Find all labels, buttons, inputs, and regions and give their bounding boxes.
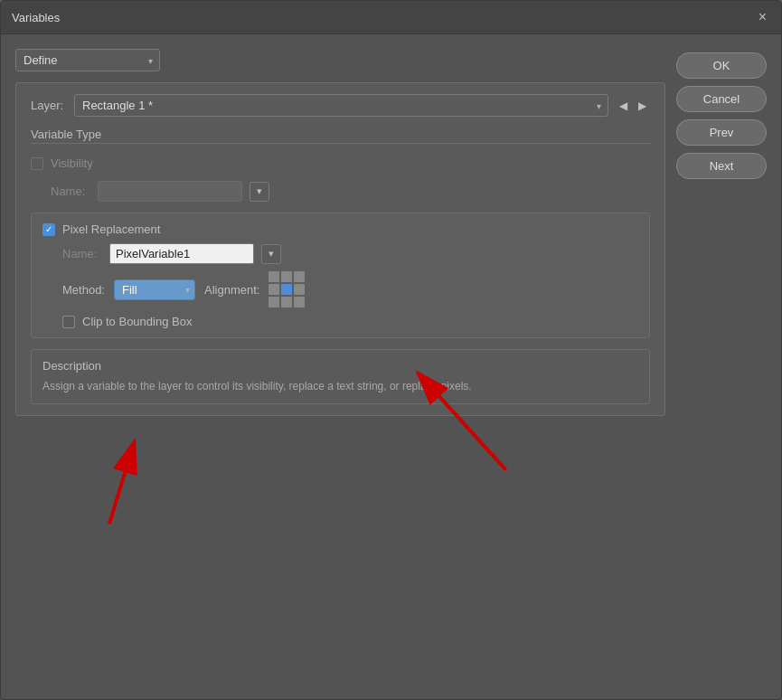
method-select-wrapper: Fill Fit Conform None xyxy=(114,279,195,300)
align-cell-2-2[interactable] xyxy=(294,297,305,307)
pixel-replacement-label: Pixel Replacement xyxy=(62,222,160,236)
visibility-label: Visibility xyxy=(51,156,93,170)
close-button[interactable]: × xyxy=(755,8,770,26)
method-select[interactable]: Fill Fit Conform None xyxy=(114,279,195,300)
visibility-name-input[interactable] xyxy=(98,181,242,202)
pixel-name-row: Name: ▾ xyxy=(42,243,638,264)
method-row: Method: Fill Fit Conform None Alignment: xyxy=(42,271,638,307)
cancel-button[interactable]: Cancel xyxy=(676,86,767,112)
prev-layer-button[interactable]: ◀ xyxy=(616,98,631,114)
clip-row: Clip to Bounding Box xyxy=(42,315,638,328)
align-cell-2-0[interactable] xyxy=(269,297,279,307)
define-row: Define xyxy=(15,49,665,71)
visibility-row: Visibility xyxy=(31,156,650,170)
visibility-name-row: Name: ▾ xyxy=(31,181,650,202)
pixel-replacement-row: Pixel Replacement xyxy=(42,222,638,236)
title-bar: Variables × xyxy=(1,1,781,34)
layer-select[interactable]: Rectangle 1 * xyxy=(74,94,608,117)
description-header: Description xyxy=(42,359,638,373)
next-layer-button[interactable]: ▶ xyxy=(635,98,650,114)
layer-row: Layer: Rectangle 1 * ◀ ▶ xyxy=(31,94,650,117)
dialog-title: Variables xyxy=(12,11,60,24)
dialog-body: Define Layer: Rectangle 1 * ◀ ▶ xyxy=(1,34,781,699)
pixel-replacement-section: Pixel Replacement Name: ▾ Method: Fill xyxy=(31,213,650,338)
clip-checkbox[interactable] xyxy=(62,316,75,328)
define-select-wrapper: Define xyxy=(15,49,160,71)
main-panel: Define Layer: Rectangle 1 * ◀ ▶ xyxy=(15,49,665,685)
prev-button[interactable]: Prev xyxy=(676,119,767,146)
pixel-replacement-checkbox[interactable] xyxy=(42,223,55,236)
pixel-name-input[interactable] xyxy=(109,243,254,264)
pixel-name-label: Name: xyxy=(62,247,102,260)
variable-type-header: Variable Type xyxy=(31,128,650,146)
alignment-grid[interactable] xyxy=(269,271,305,307)
nav-arrows: ◀ ▶ xyxy=(616,98,650,114)
variable-type-label: Variable Type xyxy=(31,128,101,141)
clip-label: Clip to Bounding Box xyxy=(82,315,192,328)
align-cell-1-2[interactable] xyxy=(294,284,305,295)
define-select[interactable]: Define xyxy=(15,49,160,71)
align-cell-2-1[interactable] xyxy=(281,297,292,307)
visibility-name-label: Name: xyxy=(51,184,90,198)
layer-select-wrapper: Rectangle 1 * xyxy=(74,94,608,117)
content-box: Layer: Rectangle 1 * ◀ ▶ Variable Type xyxy=(15,82,665,416)
layer-label: Layer: xyxy=(31,99,67,112)
next-button[interactable]: Next xyxy=(676,153,767,179)
description-box: Description Assign a variable to the lay… xyxy=(31,349,650,404)
pixel-name-dropdown[interactable]: ▾ xyxy=(261,244,281,264)
method-label: Method: xyxy=(62,283,105,297)
visibility-checkbox[interactable] xyxy=(31,157,43,170)
align-cell-1-1[interactable] xyxy=(281,284,292,295)
ok-button[interactable]: OK xyxy=(676,52,767,79)
visibility-name-dropdown[interactable]: ▾ xyxy=(250,182,269,202)
align-cell-0-2[interactable] xyxy=(294,271,305,282)
alignment-label: Alignment: xyxy=(204,283,259,297)
align-cell-0-1[interactable] xyxy=(281,271,292,282)
side-panel: OK Cancel Prev Next xyxy=(676,49,767,685)
align-cell-0-0[interactable] xyxy=(269,271,279,282)
variables-dialog: Variables × Define Layer: xyxy=(0,0,782,700)
align-cell-1-0[interactable] xyxy=(269,284,279,295)
description-text: Assign a variable to the layer to contro… xyxy=(42,378,638,394)
